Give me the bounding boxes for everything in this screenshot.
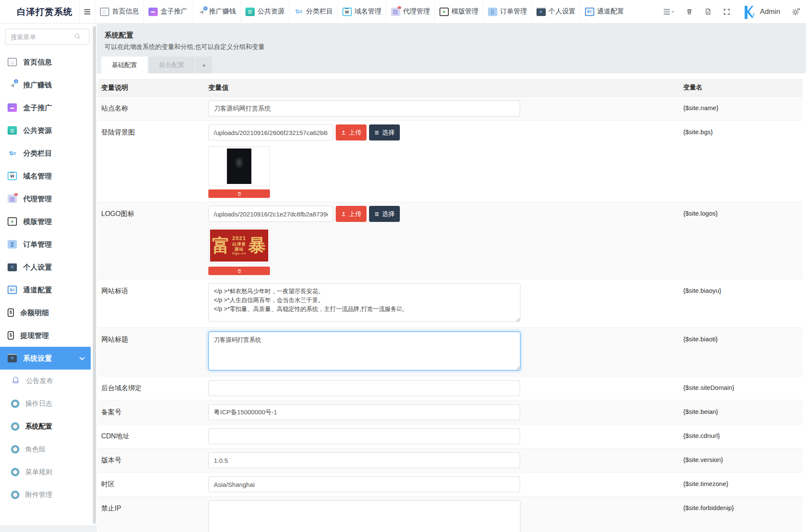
sidebar-bottom-strip — [0, 525, 97, 532]
row-value-cell — [208, 380, 683, 396]
tab-list-dropdown-icon[interactable] — [663, 8, 674, 16]
sidebar-toggle-icon[interactable] — [80, 0, 95, 23]
sidebar-scrollbar[interactable] — [93, 26, 96, 524]
field-input[interactable] — [208, 476, 520, 492]
top-nav-tab-channel[interactable]: $≡通道配置 — [580, 0, 628, 23]
field-input[interactable] — [208, 428, 520, 444]
row-variable-name: {$site.biaoyu} — [683, 283, 803, 324]
fullscreen-icon[interactable] — [723, 8, 731, 16]
sidebar-subitem[interactable]: 角色组 — [0, 438, 91, 461]
upload-button-label: 上传 — [349, 210, 361, 218]
template-icon: ● — [439, 8, 449, 16]
sidebar-subitem[interactable]: 公告发布 — [0, 370, 91, 392]
top-nav-tab-public-res[interactable]: ▥公共资源 — [240, 0, 289, 23]
sidebar-item-label: 模版管理 — [23, 217, 52, 227]
refresh-page-icon[interactable] — [704, 8, 712, 16]
row-value-cell — [208, 283, 683, 324]
sidebar-item-balance[interactable]: $余额明细 — [0, 301, 91, 324]
upload-line: 上传选择 — [208, 206, 683, 222]
sidebar-item-domain[interactable]: w域名管理 — [0, 165, 91, 187]
field-textarea[interactable] — [208, 500, 520, 532]
sidebar-item-profile[interactable]: ×个人设置 — [0, 256, 91, 278]
category-icon: ⇅≡ — [294, 8, 303, 16]
sidebar-subitem[interactable]: 系统配置 — [0, 415, 91, 438]
sidebar-subitem[interactable]: 操作日志 — [0, 392, 91, 415]
delete-image-button[interactable] — [208, 267, 270, 275]
upload-button[interactable]: 上传 — [336, 206, 367, 222]
box-promo-icon: ▬ — [8, 103, 17, 112]
order-icon: ⣿ — [8, 240, 17, 248]
top-nav-tab-profile[interactable]: ×个人设置 — [531, 0, 580, 23]
logo-right-char: 暴 — [248, 234, 266, 257]
top-nav-tab-order[interactable]: ⣿订单管理 — [483, 0, 531, 23]
sidebar-item-channel[interactable]: $≡通道配置 — [0, 278, 91, 301]
trash-icon[interactable] — [686, 8, 693, 16]
sidebar-item-label: 提现管理 — [20, 331, 49, 340]
sidebar-item-label: 首页信息 — [23, 57, 52, 67]
field-input[interactable] — [208, 380, 520, 396]
sidebar-item-home-info[interactable]: ⌂首页信息 — [0, 51, 91, 73]
row-variable-name: {$site.name} — [683, 100, 803, 116]
row-value-cell: 上传选择富2021白泽资源站ttge.cn暴 — [208, 206, 683, 275]
admin-menu[interactable]: Admin — [742, 5, 780, 19]
row-label: 禁止IP — [98, 500, 208, 532]
upload-button[interactable]: 上传 — [336, 124, 367, 140]
field-input[interactable] — [208, 452, 520, 468]
sidebar-item-promo-money[interactable]: ◄推广赚钱 — [0, 73, 91, 96]
sidebar-item-category[interactable]: ⇅≡分类栏目 — [0, 142, 91, 165]
table-row: 后台域名绑定{$site.siteDomain} — [98, 376, 803, 400]
row-value-cell: 上传选择 — [208, 124, 683, 198]
table-header: 变量说明 — [98, 84, 208, 92]
sidebar-item-order[interactable]: ⣿订单管理 — [0, 233, 91, 256]
top-nav-tab-box-promo[interactable]: ▬盒子推广 — [143, 0, 192, 23]
image-preview: 富2021白泽资源站ttge.cn暴 — [208, 228, 270, 263]
field-textarea[interactable] — [208, 283, 520, 322]
delete-image-button[interactable] — [208, 189, 270, 198]
search-icon — [74, 33, 81, 41]
top-nav-tab-template[interactable]: ●模版管理 — [434, 0, 483, 23]
table-row: CDN地址{$site.cdnurl} — [98, 424, 803, 448]
sidebar-item-box-promo[interactable]: ▬盒子推广 — [0, 96, 91, 119]
tab-基础配置[interactable]: 基础配置 — [101, 57, 148, 73]
domain-icon: w — [342, 8, 352, 16]
top-nav-tab-category[interactable]: ⇅≡分类栏目 — [289, 0, 337, 23]
gear-icon[interactable] — [792, 8, 800, 16]
sidebar-subitem-label: 操作日志 — [25, 400, 52, 408]
domain-icon: w — [8, 172, 17, 180]
sidebar-subitem[interactable]: 附件管理 — [0, 483, 91, 506]
sidebar-item-label: 个人设置 — [23, 262, 52, 272]
sidebar-item-label: 系统设置 — [23, 354, 52, 363]
table-header: 变量名 — [683, 84, 803, 92]
row-value-cell — [208, 332, 683, 372]
field-input[interactable] — [208, 100, 520, 116]
table-header: 变量值 — [208, 84, 683, 92]
top-nav-tab-home-info[interactable]: ⌂首页信息 — [95, 0, 143, 23]
sidebar-subitem-label: 菜单规则 — [25, 468, 52, 477]
row-value-cell — [208, 500, 683, 532]
sidebar-item-template[interactable]: ●模版管理 — [0, 210, 91, 233]
field-textarea[interactable] — [208, 332, 520, 370]
chevron-down-icon — [79, 355, 85, 360]
image-preview — [208, 146, 270, 186]
sidebar-item-agent[interactable]: ▤代理管理 — [0, 187, 91, 210]
upload-path-input[interactable] — [208, 206, 333, 222]
field-input[interactable] — [208, 404, 520, 420]
sidebar-subitem[interactable]: 菜单规则 — [0, 461, 91, 483]
topbar: 白泽打赏系统 ⌂首页信息▬盒子推广◄推广赚钱▥公共资源⇅≡分类栏目w域名管理▤代… — [0, 0, 806, 24]
add-tab-button[interactable]: + — [196, 57, 212, 73]
sidebar-item-withdraw[interactable]: $提现管理 — [0, 324, 91, 347]
choose-button[interactable]: 选择 — [369, 124, 400, 140]
sidebar-item-system[interactable]: ×系统设置 — [0, 347, 91, 370]
row-label: 时区 — [98, 476, 208, 492]
tab-前台配置[interactable]: 前台配置 — [148, 57, 195, 73]
top-nav-tab-label: 订单管理 — [500, 7, 527, 16]
table-header-row: 变量说明 变量值 变量名 — [98, 79, 803, 97]
top-nav-tab-domain[interactable]: w域名管理 — [337, 0, 386, 23]
sidebar-item-public-res[interactable]: ▥公共资源 — [0, 119, 91, 142]
top-nav-tab-promo-money[interactable]: ◄推广赚钱 — [192, 0, 240, 23]
upload-path-input[interactable] — [208, 124, 333, 140]
choose-button[interactable]: 选择 — [369, 206, 400, 222]
row-label: LOGO图标 — [98, 206, 208, 275]
admin-label: Admin — [760, 8, 780, 16]
top-nav-tab-agent[interactable]: ▤代理管理 — [386, 0, 434, 23]
